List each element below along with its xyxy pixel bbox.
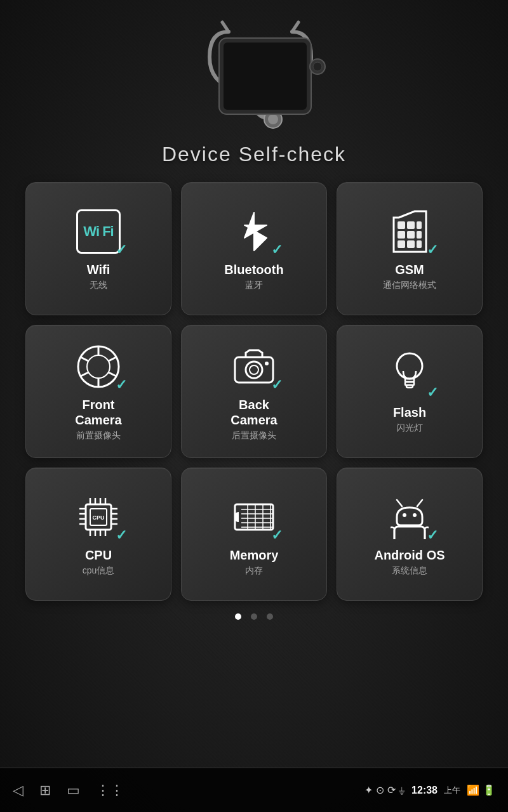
front-camera-card[interactable]: ✓ Front Camera 前置摄像头 <box>25 325 171 458</box>
home-button[interactable] <box>39 782 51 799</box>
svg-rect-11 <box>398 231 405 239</box>
front-camera-label-cn: 前置摄像头 <box>76 430 121 442</box>
android-card[interactable]: ✓ Android OS 系统信息 <box>337 468 483 601</box>
svg-rect-15 <box>407 240 415 248</box>
front-camera-icon-wrapper: ✓ <box>73 341 124 392</box>
icon-grid: Wi Fi ✓ Wifi 无线 ✓ Bluetooth 蓝牙 <box>13 182 495 601</box>
back-camera-line1: Back <box>239 398 269 412</box>
sync-icon: ⟳ <box>387 784 396 796</box>
svg-point-7 <box>313 62 322 71</box>
svg-line-62 <box>397 500 402 506</box>
svg-rect-16 <box>417 240 422 248</box>
wifi-label-en: Wifi <box>87 262 110 277</box>
svg-line-20 <box>109 357 116 361</box>
gsm-label-cn: 通信网络模式 <box>383 280 436 291</box>
svg-line-24 <box>81 357 88 361</box>
svg-rect-67 <box>391 527 394 539</box>
flash-label-en: Flash <box>393 405 426 420</box>
memory-card[interactable]: ✓ Memory 内存 <box>181 468 327 601</box>
bluetooth-card[interactable]: ✓ Bluetooth 蓝牙 <box>181 182 327 315</box>
gsm-checkmark: ✓ <box>427 242 438 258</box>
svg-text:CPU: CPU <box>92 514 104 521</box>
memory-icon-wrapper: ✓ <box>229 492 279 542</box>
svg-point-3 <box>268 114 278 124</box>
back-button[interactable] <box>13 782 23 799</box>
bluetooth-label-cn: 蓝牙 <box>245 280 263 291</box>
svg-point-27 <box>250 365 258 374</box>
wifi-card[interactable]: Wi Fi ✓ Wifi 无线 <box>25 182 171 315</box>
memory-checkmark: ✓ <box>271 527 283 544</box>
memory-label-cn: 内存 <box>245 565 263 577</box>
wifi-checkmark: ✓ <box>116 242 127 258</box>
back-camera-card[interactable]: ✓ Back Camera 后置摄像头 <box>181 325 327 458</box>
svg-point-64 <box>403 513 406 517</box>
nav-left: ⋮ <box>13 782 124 799</box>
svg-line-23 <box>81 372 88 376</box>
svg-rect-12 <box>407 231 415 239</box>
svg-point-28 <box>265 362 269 365</box>
cpu-label-en: CPU <box>85 547 112 563</box>
back-camera-checkmark: ✓ <box>271 377 283 393</box>
wifi-icon-wrapper: Wi Fi ✓ <box>73 206 124 257</box>
svg-rect-52 <box>235 504 273 530</box>
flash-label-cn: 闪光灯 <box>396 422 423 434</box>
flash-checkmark: ✓ <box>427 384 438 401</box>
main-content: Device Self-check Wi Fi ✓ Wifi 无线 ✓ Blue… <box>0 0 508 812</box>
svg-rect-32 <box>406 385 413 388</box>
gsm-label-en: GSM <box>395 262 424 277</box>
front-camera-line1: Front <box>82 398 114 412</box>
flash-icon-wrapper: ✓ <box>384 349 435 400</box>
signal-icon: ✦ <box>364 784 373 796</box>
app-title: Device Self-check <box>162 143 346 166</box>
menu-button[interactable]: ⋮ <box>96 782 124 799</box>
svg-line-21 <box>109 372 116 376</box>
bluetooth-icon <box>235 209 273 254</box>
wifi-icon: Wi Fi <box>76 209 121 254</box>
cpu-label-cn: cpu信息 <box>83 565 115 577</box>
header: Device Self-check <box>162 0 346 169</box>
usb-icon: ⏚ <box>399 785 405 796</box>
svg-rect-10 <box>417 221 422 229</box>
wifi-label-cn: 无线 <box>90 280 107 291</box>
flash-card[interactable]: ✓ Flash 闪光灯 <box>337 325 483 458</box>
battery-icons: 📶 🔋 <box>467 784 495 796</box>
status-bar: ✦ ⊙ ⟳ ⏚ 12:38 上午 📶 🔋 <box>364 784 495 796</box>
status-time: 12:38 <box>411 785 438 796</box>
android-icon <box>391 495 429 539</box>
svg-point-26 <box>246 362 262 378</box>
bluetooth-label-en: Bluetooth <box>224 262 283 277</box>
svg-point-18 <box>87 355 110 378</box>
battery-icon: 🔋 <box>483 784 495 796</box>
front-camera-checkmark: ✓ <box>116 377 127 393</box>
wifi-text: Wi Fi <box>83 223 113 240</box>
svg-rect-14 <box>398 240 405 248</box>
svg-rect-13 <box>417 231 422 239</box>
pagination-dot-3[interactable] <box>267 613 273 620</box>
android-icon-wrapper: ✓ <box>384 492 435 542</box>
gsm-card[interactable]: ✓ GSM 通信网络模式 <box>337 182 483 315</box>
bulb-icon <box>394 352 425 396</box>
bluetooth-icon-wrapper: ✓ <box>229 206 279 257</box>
wifi-fi: Fi <box>102 223 114 239</box>
front-camera-line2: Camera <box>75 413 121 427</box>
svg-rect-5 <box>224 43 307 110</box>
svg-point-65 <box>413 513 417 517</box>
nav-bar: ⋮ ✦ ⊙ ⟳ ⏚ 12:38 上午 📶 🔋 <box>0 768 508 812</box>
android-checkmark: ✓ <box>427 527 438 544</box>
status-icons: ✦ ⊙ ⟳ ⏚ <box>364 784 405 796</box>
memory-label-en: Memory <box>230 547 279 563</box>
pagination-dot-2[interactable] <box>251 613 257 620</box>
camera-icon <box>232 348 276 386</box>
gsm-icon-wrapper: ✓ <box>384 206 435 257</box>
back-camera-icon-wrapper: ✓ <box>229 341 279 392</box>
wifi-wi: Wi <box>83 223 99 239</box>
pagination-dot-1[interactable] <box>235 613 241 620</box>
svg-rect-8 <box>398 221 405 229</box>
android-label-cn: 系统信息 <box>392 565 427 577</box>
android-label-en: Android OS <box>374 547 444 563</box>
recent-button[interactable] <box>67 782 80 799</box>
memory-icon <box>232 498 276 536</box>
cellular-icon: 📶 <box>467 784 479 796</box>
cpu-card[interactable]: CPU <box>25 468 171 601</box>
svg-point-29 <box>397 353 422 379</box>
